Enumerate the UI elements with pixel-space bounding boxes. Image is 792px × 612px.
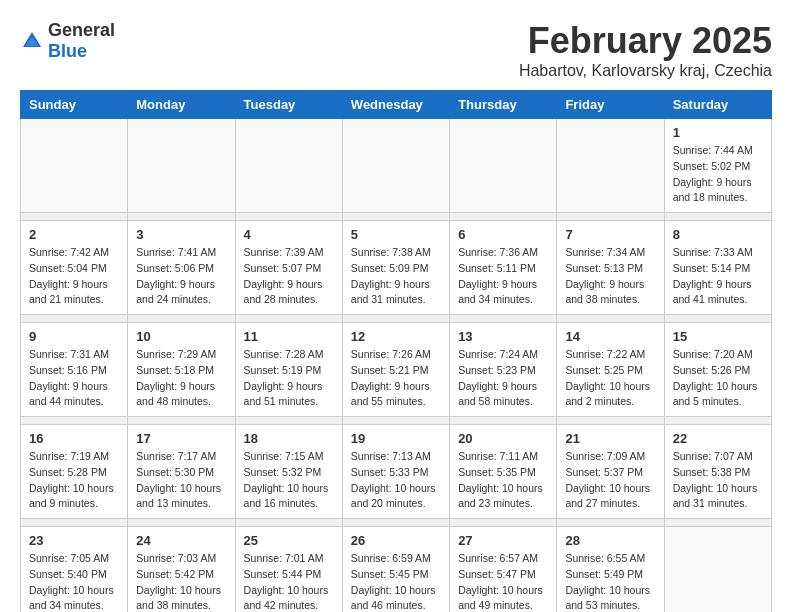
separator-cell <box>557 519 664 527</box>
separator-cell <box>21 417 128 425</box>
day-info: Sunrise: 7:39 AM Sunset: 5:07 PM Dayligh… <box>244 245 334 308</box>
table-row: 11Sunrise: 7:28 AM Sunset: 5:19 PM Dayli… <box>235 323 342 417</box>
table-row: 3Sunrise: 7:41 AM Sunset: 5:06 PM Daylig… <box>128 221 235 315</box>
day-info: Sunrise: 7:42 AM Sunset: 5:04 PM Dayligh… <box>29 245 119 308</box>
day-info: Sunrise: 7:36 AM Sunset: 5:11 PM Dayligh… <box>458 245 548 308</box>
separator-cell <box>235 213 342 221</box>
separator-cell <box>128 315 235 323</box>
separator-cell <box>664 315 771 323</box>
table-row <box>664 527 771 613</box>
table-row <box>342 119 449 213</box>
day-info: Sunrise: 7:41 AM Sunset: 5:06 PM Dayligh… <box>136 245 226 308</box>
separator-cell <box>450 519 557 527</box>
day-info: Sunrise: 7:29 AM Sunset: 5:18 PM Dayligh… <box>136 347 226 410</box>
week-separator <box>21 315 772 323</box>
logo-blue: Blue <box>48 41 87 61</box>
day-number: 15 <box>673 329 763 344</box>
day-info: Sunrise: 6:59 AM Sunset: 5:45 PM Dayligh… <box>351 551 441 612</box>
table-row: 13Sunrise: 7:24 AM Sunset: 5:23 PM Dayli… <box>450 323 557 417</box>
day-info: Sunrise: 7:13 AM Sunset: 5:33 PM Dayligh… <box>351 449 441 512</box>
table-row: 1Sunrise: 7:44 AM Sunset: 5:02 PM Daylig… <box>664 119 771 213</box>
day-info: Sunrise: 7:28 AM Sunset: 5:19 PM Dayligh… <box>244 347 334 410</box>
table-row: 18Sunrise: 7:15 AM Sunset: 5:32 PM Dayli… <box>235 425 342 519</box>
day-info: Sunrise: 7:44 AM Sunset: 5:02 PM Dayligh… <box>673 143 763 206</box>
col-saturday: Saturday <box>664 91 771 119</box>
separator-cell <box>557 417 664 425</box>
day-info: Sunrise: 7:17 AM Sunset: 5:30 PM Dayligh… <box>136 449 226 512</box>
separator-cell <box>128 519 235 527</box>
separator-cell <box>664 417 771 425</box>
day-number: 20 <box>458 431 548 446</box>
day-number: 5 <box>351 227 441 242</box>
separator-cell <box>450 417 557 425</box>
separator-cell <box>557 213 664 221</box>
col-tuesday: Tuesday <box>235 91 342 119</box>
day-number: 17 <box>136 431 226 446</box>
table-row: 5Sunrise: 7:38 AM Sunset: 5:09 PM Daylig… <box>342 221 449 315</box>
day-info: Sunrise: 7:24 AM Sunset: 5:23 PM Dayligh… <box>458 347 548 410</box>
table-row <box>450 119 557 213</box>
day-number: 19 <box>351 431 441 446</box>
table-row: 28Sunrise: 6:55 AM Sunset: 5:49 PM Dayli… <box>557 527 664 613</box>
day-info: Sunrise: 7:26 AM Sunset: 5:21 PM Dayligh… <box>351 347 441 410</box>
separator-cell <box>342 315 449 323</box>
day-info: Sunrise: 7:07 AM Sunset: 5:38 PM Dayligh… <box>673 449 763 512</box>
table-row: 6Sunrise: 7:36 AM Sunset: 5:11 PM Daylig… <box>450 221 557 315</box>
day-info: Sunrise: 7:33 AM Sunset: 5:14 PM Dayligh… <box>673 245 763 308</box>
col-wednesday: Wednesday <box>342 91 449 119</box>
week-separator <box>21 417 772 425</box>
logo-icon <box>20 29 44 53</box>
day-number: 13 <box>458 329 548 344</box>
table-row: 17Sunrise: 7:17 AM Sunset: 5:30 PM Dayli… <box>128 425 235 519</box>
separator-cell <box>21 315 128 323</box>
day-info: Sunrise: 7:19 AM Sunset: 5:28 PM Dayligh… <box>29 449 119 512</box>
main-title: February 2025 <box>519 20 772 62</box>
day-info: Sunrise: 7:03 AM Sunset: 5:42 PM Dayligh… <box>136 551 226 612</box>
separator-cell <box>21 213 128 221</box>
day-number: 23 <box>29 533 119 548</box>
col-thursday: Thursday <box>450 91 557 119</box>
separator-cell <box>450 315 557 323</box>
table-row: 4Sunrise: 7:39 AM Sunset: 5:07 PM Daylig… <box>235 221 342 315</box>
day-info: Sunrise: 7:20 AM Sunset: 5:26 PM Dayligh… <box>673 347 763 410</box>
separator-cell <box>450 213 557 221</box>
table-row: 2Sunrise: 7:42 AM Sunset: 5:04 PM Daylig… <box>21 221 128 315</box>
table-row: 14Sunrise: 7:22 AM Sunset: 5:25 PM Dayli… <box>557 323 664 417</box>
day-info: Sunrise: 6:57 AM Sunset: 5:47 PM Dayligh… <box>458 551 548 612</box>
day-number: 1 <box>673 125 763 140</box>
day-number: 3 <box>136 227 226 242</box>
day-number: 9 <box>29 329 119 344</box>
day-number: 28 <box>565 533 655 548</box>
day-info: Sunrise: 7:34 AM Sunset: 5:13 PM Dayligh… <box>565 245 655 308</box>
table-row <box>21 119 128 213</box>
week-separator <box>21 519 772 527</box>
table-row: 12Sunrise: 7:26 AM Sunset: 5:21 PM Dayli… <box>342 323 449 417</box>
separator-cell <box>664 519 771 527</box>
day-number: 16 <box>29 431 119 446</box>
day-info: Sunrise: 6:55 AM Sunset: 5:49 PM Dayligh… <box>565 551 655 612</box>
table-row: 16Sunrise: 7:19 AM Sunset: 5:28 PM Dayli… <box>21 425 128 519</box>
day-info: Sunrise: 7:15 AM Sunset: 5:32 PM Dayligh… <box>244 449 334 512</box>
col-monday: Monday <box>128 91 235 119</box>
table-row: 27Sunrise: 6:57 AM Sunset: 5:47 PM Dayli… <box>450 527 557 613</box>
table-row: 7Sunrise: 7:34 AM Sunset: 5:13 PM Daylig… <box>557 221 664 315</box>
separator-cell <box>342 519 449 527</box>
separator-cell <box>235 519 342 527</box>
calendar-week-1: 1Sunrise: 7:44 AM Sunset: 5:02 PM Daylig… <box>21 119 772 213</box>
table-row: 10Sunrise: 7:29 AM Sunset: 5:18 PM Dayli… <box>128 323 235 417</box>
separator-cell <box>342 213 449 221</box>
day-info: Sunrise: 7:11 AM Sunset: 5:35 PM Dayligh… <box>458 449 548 512</box>
separator-cell <box>128 213 235 221</box>
day-info: Sunrise: 7:31 AM Sunset: 5:16 PM Dayligh… <box>29 347 119 410</box>
day-number: 25 <box>244 533 334 548</box>
logo-text: General Blue <box>48 20 115 62</box>
calendar-week-4: 16Sunrise: 7:19 AM Sunset: 5:28 PM Dayli… <box>21 425 772 519</box>
day-number: 4 <box>244 227 334 242</box>
separator-cell <box>21 519 128 527</box>
day-number: 11 <box>244 329 334 344</box>
day-number: 24 <box>136 533 226 548</box>
separator-cell <box>664 213 771 221</box>
calendar-header-row: Sunday Monday Tuesday Wednesday Thursday… <box>21 91 772 119</box>
day-info: Sunrise: 7:22 AM Sunset: 5:25 PM Dayligh… <box>565 347 655 410</box>
table-row: 9Sunrise: 7:31 AM Sunset: 5:16 PM Daylig… <box>21 323 128 417</box>
